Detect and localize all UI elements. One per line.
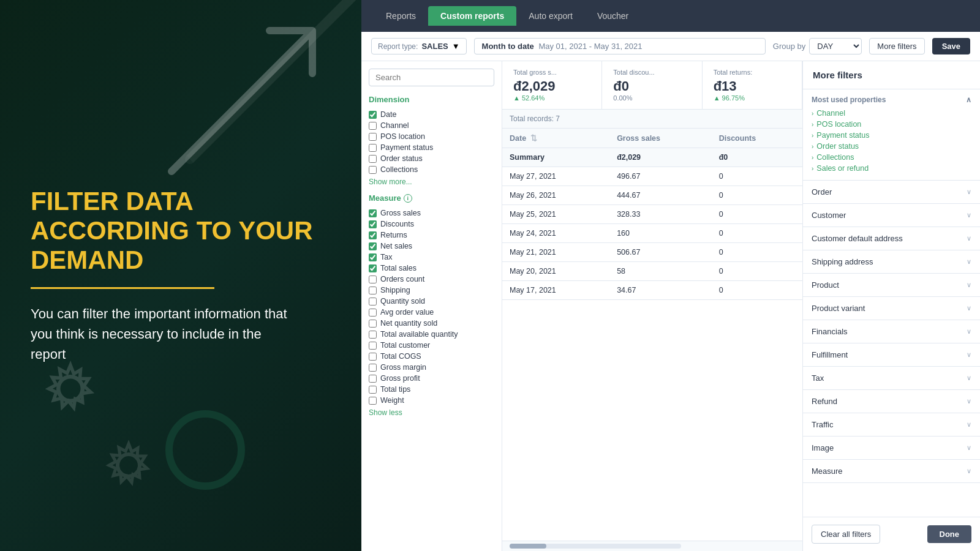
dimension-date-checkbox[interactable] [369, 111, 377, 119]
show-less-link[interactable]: Show less [369, 408, 494, 417]
row6-gross: 58 [609, 262, 712, 281]
chevron-down-icon: ∨ [967, 234, 971, 242]
row1-gross: 496.67 [609, 167, 712, 186]
col-discounts[interactable]: Discounts [712, 129, 802, 148]
dimension-section-title: Dimension [369, 95, 494, 104]
filter-category-refund[interactable]: Refund ∨ [803, 390, 980, 413]
filter-category-measure[interactable]: Measure ∨ [803, 460, 980, 483]
filter-category-order[interactable]: Order ∨ [803, 181, 980, 204]
measure-gross-profit-label: Gross profit [380, 374, 420, 383]
filter-category-image[interactable]: Image ∨ [803, 437, 980, 460]
measure-total-customer-label: Total customer [380, 341, 430, 350]
measure-qty-checkbox[interactable] [369, 298, 377, 305]
measure-gross-margin-checkbox[interactable] [369, 364, 377, 372]
most-used-channel[interactable]: › Channel [812, 108, 971, 119]
date-col-label: Date [510, 134, 526, 143]
dimension-payment-checkbox[interactable] [369, 144, 377, 152]
date-period: Month to date [482, 42, 534, 51]
table-header-row: Date ⇅ Gross sales Discounts [502, 129, 802, 148]
chevron-down-icon: ∨ [967, 421, 971, 429]
measure-returns-checkbox[interactable] [369, 231, 377, 239]
report-type-selector[interactable]: Report type: SALES ▼ [371, 38, 467, 54]
filter-category-tax[interactable]: Tax ∨ [803, 367, 980, 390]
filter-fulfillment-label: Fulfillment [812, 350, 848, 359]
filter-category-financials[interactable]: Financials ∨ [803, 320, 980, 343]
measure-weight-checkbox[interactable] [369, 397, 377, 405]
col-gross-sales[interactable]: Gross sales [609, 129, 712, 148]
measure-returns-label: Returns [380, 231, 407, 239]
left-heading: FILTER DATA ACCORDING TO YOUR DEMAND [31, 187, 331, 276]
group-by-dropdown[interactable]: DAY WEEK MONTH [809, 38, 862, 54]
measure-returns: Returns [369, 230, 494, 241]
chevron-down-icon: ∨ [967, 444, 971, 452]
tab-auto-export[interactable]: Auto export [516, 6, 585, 26]
measure-gross-profit-checkbox[interactable] [369, 375, 377, 383]
filter-category-shipping[interactable]: Shipping address ∨ [803, 250, 980, 274]
tab-voucher[interactable]: Voucher [585, 6, 641, 26]
filter-category-fulfillment[interactable]: Fulfillment ∨ [803, 343, 980, 367]
most-used-sales-refund[interactable]: › Sales or refund [812, 163, 971, 174]
measure-orders-checkbox[interactable] [369, 276, 377, 283]
measure-total-sales-checkbox[interactable] [369, 264, 377, 272]
measure-avg-checkbox[interactable] [369, 309, 377, 317]
row2-date: May 26, 2021 [502, 186, 609, 205]
measure-weight: Weight [369, 395, 494, 406]
measure-total-tips-checkbox[interactable] [369, 386, 377, 394]
filter-shipping-label: Shipping address [812, 257, 873, 266]
table-row: May 24, 2021 160 0 [502, 224, 802, 243]
horizontal-scrollbar[interactable] [510, 544, 681, 549]
tab-reports[interactable]: Reports [374, 6, 428, 26]
date-range-button[interactable]: Month to date May 01, 2021 - May 31, 202… [474, 38, 766, 54]
dimension-order-checkbox[interactable] [369, 155, 377, 163]
table-row: May 27, 2021 496.67 0 [502, 167, 802, 186]
tab-custom-reports[interactable]: Custom reports [428, 6, 516, 26]
table-row: May 21, 2021 506.67 0 [502, 243, 802, 262]
dimension-channel: Channel [369, 120, 494, 131]
measure-gross-sales-checkbox[interactable] [369, 209, 377, 217]
measure-qty-label: Quantity sold [380, 297, 425, 305]
filter-order-label: Order [812, 187, 832, 197]
row4-date: May 24, 2021 [502, 224, 609, 243]
most-used-payment[interactable]: › Payment status [812, 130, 971, 141]
most-used-pos[interactable]: › POS location [812, 119, 971, 130]
measure-total-avail-checkbox[interactable] [369, 331, 377, 339]
measure-discounts-checkbox[interactable] [369, 220, 377, 228]
measure-info-icon: i [404, 194, 412, 203]
measure-net-sales-checkbox[interactable] [369, 242, 377, 250]
dimension-channel-checkbox[interactable] [369, 122, 377, 130]
measure-total-customer-checkbox[interactable] [369, 342, 377, 350]
measure-net-qty-label: Net quantity sold [380, 319, 437, 328]
dimension-collections-checkbox[interactable] [369, 166, 377, 174]
filter-category-product[interactable]: Product ∨ [803, 274, 980, 297]
col-date[interactable]: Date ⇅ [502, 129, 609, 148]
measure-orders-count: Orders count [369, 274, 494, 285]
filter-category-product-variant[interactable]: Product variant ∨ [803, 297, 980, 320]
more-filters-title: More filters [803, 61, 980, 89]
filter-category-customer[interactable]: Customer ∨ [803, 204, 980, 227]
measure-total-avail-label: Total available quantity [380, 330, 458, 339]
measure-net-qty-checkbox[interactable] [369, 320, 377, 328]
save-button[interactable]: Save [932, 38, 970, 54]
collapse-icon[interactable]: ∧ [966, 96, 971, 104]
filter-category-traffic[interactable]: Traffic ∨ [803, 413, 980, 437]
measure-avg-order: Avg order value [369, 307, 494, 318]
clear-filters-button[interactable]: Clear all filters [812, 525, 880, 544]
measure-cogs-checkbox[interactable] [369, 353, 377, 361]
scrollbar-thumb[interactable] [510, 544, 546, 549]
measure-shipping-checkbox[interactable] [369, 287, 377, 294]
show-more-link[interactable]: Show more... [369, 178, 494, 186]
dimension-pos-checkbox[interactable] [369, 133, 377, 141]
most-used-order-status[interactable]: › Order status [812, 141, 971, 152]
measure-total-customer: Total customer [369, 340, 494, 351]
summary-cards: Total gross s... đ2,029 ▲ 52.64% Total d… [502, 61, 802, 110]
filter-category-customer-address[interactable]: Customer default address ∨ [803, 227, 980, 250]
dimension-pos-label: POS location [380, 132, 425, 141]
done-button[interactable]: Done [927, 525, 972, 543]
gross-sales-col-label: Gross sales [617, 134, 660, 143]
date-range: May 01, 2021 - May 31, 2021 [538, 42, 642, 51]
search-input[interactable] [369, 69, 494, 86]
more-filters-button[interactable]: More filters [869, 38, 924, 54]
chevron-right-icon: › [812, 132, 813, 139]
most-used-collections[interactable]: › Collections [812, 152, 971, 163]
measure-tax-checkbox[interactable] [369, 253, 377, 261]
